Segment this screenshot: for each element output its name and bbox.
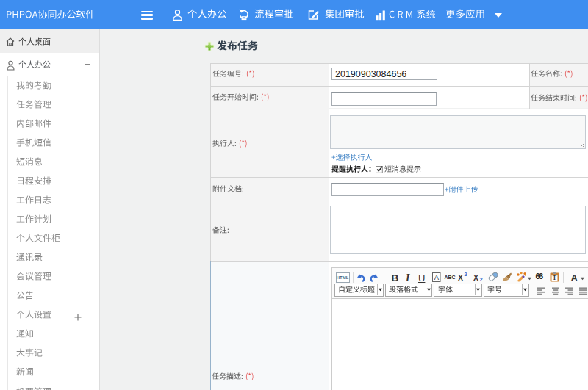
svg-text:T: T: [552, 275, 556, 281]
svg-text:A: A: [434, 273, 439, 281]
